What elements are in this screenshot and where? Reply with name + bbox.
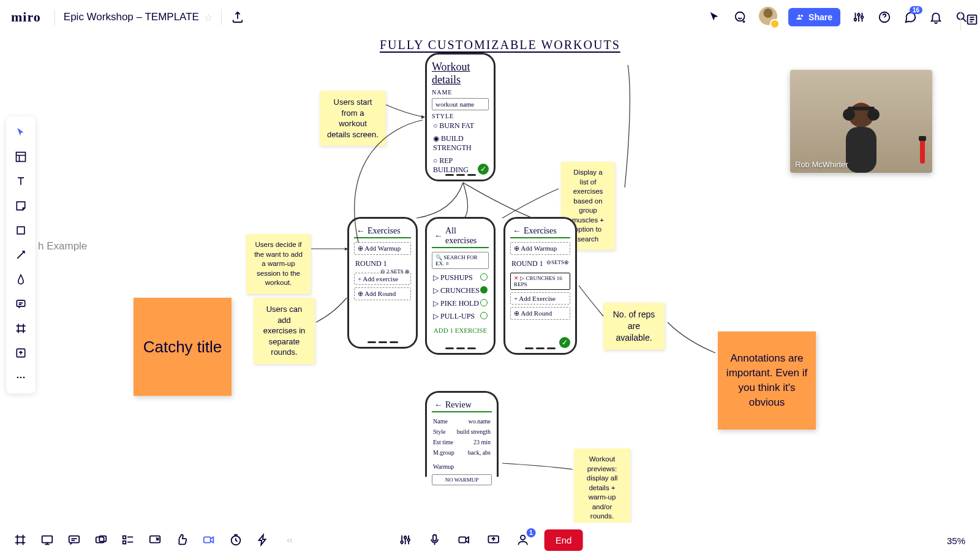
svg-point-12 [20, 377, 22, 379]
svg-rect-20 [919, 136, 926, 141]
sticky-catchy-title[interactable]: Catchy title [134, 298, 232, 396]
separator [55, 9, 55, 25]
svg-point-0 [736, 12, 745, 21]
zoom-level[interactable]: 35% [947, 536, 965, 546]
phone-all-exercises[interactable]: ← All exercises 🔍 SEARCH FOR EX. ≡ PUSHU… [425, 217, 496, 355]
thumbs-up-icon[interactable] [174, 532, 190, 548]
notifications-icon[interactable] [929, 10, 943, 25]
user-avatar[interactable]: ⚡ [759, 7, 777, 28]
svg-rect-7 [17, 153, 26, 162]
canvas[interactable]: h Example FULLY CUSTOMIZABLE WORKOUTS Us… [0, 34, 980, 523]
svg-rect-26 [123, 541, 126, 544]
comments-icon[interactable]: 16 [903, 10, 918, 25]
select-tool[interactable] [9, 120, 33, 145]
board-title[interactable]: Epic Workshop – TEMPLATE [64, 11, 199, 23]
separator [221, 9, 222, 25]
share-button[interactable]: Share [788, 8, 840, 26]
end-call-button[interactable]: End [545, 529, 583, 551]
text-tool[interactable] [9, 169, 33, 194]
video-participant-tile[interactable]: Rob McWhirter [790, 70, 932, 173]
star-icon[interactable]: ☆ [204, 12, 213, 23]
activities-icon[interactable] [255, 532, 271, 548]
svg-rect-25 [123, 536, 126, 539]
pen-tool[interactable] [9, 267, 33, 292]
screen-share-icon[interactable] [147, 532, 163, 548]
microphone-icon[interactable] [427, 532, 443, 548]
participants-icon[interactable]: 1 [515, 532, 531, 548]
sticky-rounds[interactable]: Users can add exercises in separate roun… [254, 298, 315, 364]
svg-point-30 [401, 541, 403, 544]
miro-logo[interactable]: miro [11, 9, 41, 25]
svg-rect-21 [42, 536, 53, 543]
camera-icon[interactable] [456, 532, 472, 548]
sticky-reps[interactable]: No. of reps are available. [603, 303, 665, 350]
svg-point-11 [17, 377, 19, 379]
video-call-icon[interactable] [201, 532, 217, 548]
frame-tool[interactable] [9, 316, 33, 341]
participant-count: 1 [527, 528, 536, 537]
svg-rect-15 [846, 127, 876, 173]
svg-point-2 [858, 14, 860, 17]
svg-point-31 [404, 537, 407, 539]
voting-icon[interactable] [120, 532, 136, 548]
comment-count-badge: 16 [910, 6, 922, 14]
upload-tool[interactable] [9, 341, 33, 365]
phone-workout-details[interactable]: Workout details NAME workout name STYLE … [425, 53, 496, 181]
svg-rect-19 [920, 139, 925, 164]
svg-rect-34 [459, 537, 466, 542]
more-tools[interactable] [9, 365, 33, 390]
svg-rect-8 [17, 227, 24, 234]
card-icon[interactable] [93, 532, 109, 548]
shape-tool[interactable] [9, 218, 33, 243]
top-bar: miro Epic Workshop – TEMPLATE ☆ ⚡ Share … [0, 0, 980, 34]
sticky-start[interactable]: Users start from a workout details scree… [320, 91, 386, 146]
checkmark-icon: ✓ [559, 337, 570, 348]
audio-settings-icon[interactable] [398, 532, 413, 548]
sticky-warmup[interactable]: Users decide if the want to add a warm-u… [246, 234, 311, 294]
chat-icon[interactable] [66, 532, 82, 548]
sticky-annotations[interactable]: Annotations are important. Even if you t… [718, 332, 816, 430]
video-participant-name: Rob McWhirter [795, 160, 848, 169]
svg-rect-28 [204, 537, 211, 542]
frame-label: h Example [38, 240, 87, 252]
svg-point-1 [854, 18, 857, 21]
sticky-previews[interactable]: Workout previews: display all details + … [574, 449, 630, 528]
cursor-participants-icon[interactable] [707, 10, 722, 25]
export-icon[interactable] [230, 10, 245, 25]
activity-panel-icon[interactable] [960, 9, 980, 31]
share-screen-icon[interactable] [486, 532, 502, 548]
phone-exercises-filled[interactable]: ← Exercises Add Warmup ROUND 1 ⊖SETS⊕ ✕ … [503, 217, 577, 355]
svg-point-3 [861, 16, 864, 18]
phone-review[interactable]: ← Review Namewo.name Stylebuild strength… [425, 391, 499, 477]
checkmark-icon: ✓ [478, 164, 489, 175]
phone-exercises[interactable]: ← Exercises Add Warmup ROUND 1 ⊖ 2 SETS … [347, 217, 418, 349]
reactions-icon[interactable] [733, 10, 748, 25]
help-icon[interactable] [877, 10, 892, 25]
svg-point-32 [407, 539, 410, 541]
presentation-icon[interactable] [39, 532, 55, 548]
svg-rect-33 [433, 535, 437, 541]
svg-point-36 [521, 536, 525, 540]
collapse-icon[interactable]: ‹‹ [282, 532, 298, 548]
templates-tool[interactable] [9, 145, 33, 169]
sticky-tool[interactable] [9, 194, 33, 218]
svg-point-13 [23, 377, 25, 379]
sketch-heading: FULLY CUSTOMIZABLE WORKOUTS [380, 38, 620, 52]
settings-sliders-icon[interactable] [851, 10, 866, 25]
bottom-bar: ‹‹ 1 End 35% [0, 523, 980, 557]
frames-panel-icon[interactable] [12, 532, 28, 548]
connector-tool[interactable] [9, 243, 33, 267]
left-toolbar [6, 116, 36, 393]
phone-title: Workout details [432, 61, 489, 86]
timer-icon[interactable] [228, 532, 244, 548]
svg-rect-18 [848, 107, 875, 110]
call-controls: 1 End [398, 529, 583, 551]
top-right-cluster: ⚡ Share 16 [707, 7, 969, 28]
comment-tool[interactable] [9, 292, 33, 316]
